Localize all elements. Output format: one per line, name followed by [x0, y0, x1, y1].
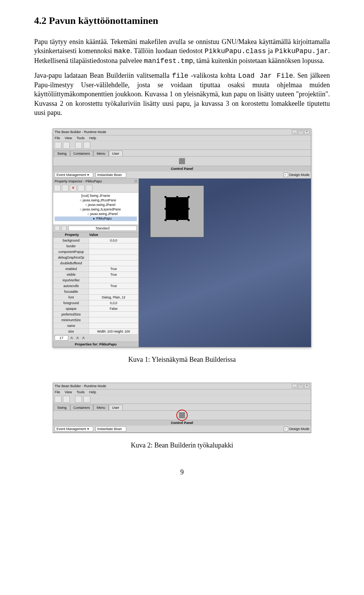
design-mode-checkbox[interactable]: ✓ Design Mode	[284, 427, 309, 431]
property-row[interactable]: name	[53, 323, 138, 329]
tab-user[interactable]: User	[109, 151, 123, 156]
save-as-icon[interactable]	[83, 396, 90, 403]
user-bean-item[interactable]	[179, 158, 185, 164]
property-row[interactable]: doubleBuffered	[53, 261, 138, 266]
property-value[interactable]	[89, 243, 138, 249]
property-row[interactable]: border	[53, 243, 138, 249]
new-file-icon[interactable]	[55, 142, 61, 149]
design-canvas[interactable]	[139, 179, 311, 347]
save-as-icon[interactable]	[83, 142, 90, 149]
property-value[interactable]: 0,0,0	[89, 300, 138, 306]
property-view-dropdown[interactable]: Standard	[68, 226, 137, 231]
property-row[interactable]: foreground0,0,0	[53, 300, 138, 306]
property-value[interactable]: True	[89, 272, 138, 278]
design-mode-checkbox[interactable]: ✓ Design Mode	[284, 173, 309, 177]
property-row[interactable]: minimumSize	[53, 317, 138, 323]
property-value[interactable]	[89, 312, 138, 317]
font-style-icons[interactable]: A A A	[71, 336, 86, 340]
property-value[interactable]: True	[89, 283, 138, 289]
prop-nav-right-icon[interactable]	[61, 226, 67, 231]
component-tree[interactable]: [root] Swing JFrame ○ javax.swing.JRootP…	[53, 193, 138, 225]
menu-help[interactable]: Help	[89, 390, 96, 394]
menu-help[interactable]: Help	[89, 136, 96, 140]
property-row[interactable]: fontDialog, Plain, 12	[53, 295, 138, 300]
resize-handle[interactable]	[176, 196, 178, 198]
property-value[interactable]	[89, 323, 138, 329]
menu-file[interactable]: File	[55, 136, 60, 140]
font-size-spinner[interactable]: 17	[55, 335, 68, 341]
tree-root[interactable]: [root] Swing JFrame	[55, 194, 137, 198]
property-row[interactable]: componentPopup	[53, 249, 138, 255]
inspector-title[interactable]: Property Inspector - PikkuPapu □	[53, 179, 138, 184]
property-value[interactable]	[89, 261, 138, 266]
tab-menu[interactable]: Menu	[93, 405, 109, 410]
tab-swing[interactable]: Swing	[54, 405, 70, 410]
save-icon[interactable]	[75, 142, 82, 149]
instantiate-bean-dropdown[interactable]: Instantiate Bean	[96, 426, 126, 432]
menu-tools[interactable]: Tools	[77, 390, 85, 394]
maximize-icon[interactable]: □	[298, 130, 303, 134]
property-row[interactable]: inputVerifier	[53, 278, 138, 283]
instantiate-bean-dropdown[interactable]: Instantiate Bean	[96, 172, 126, 177]
down-icon[interactable]	[62, 185, 69, 192]
property-value[interactable]	[89, 278, 138, 283]
resize-handle[interactable]	[188, 196, 190, 198]
new-file-icon[interactable]	[55, 396, 61, 403]
menu-view[interactable]: View	[65, 136, 72, 140]
tree-item[interactable]: ○ javax.swing.JPanel	[55, 212, 137, 217]
property-value[interactable]: False	[89, 306, 138, 312]
window-titlebar[interactable]: The Bean Builder - Runtime Mode _ □ ×	[53, 129, 311, 135]
property-row[interactable]: background0,0,0	[53, 238, 138, 243]
tab-menu[interactable]: Menu	[93, 151, 109, 156]
window-titlebar[interactable]: The Bean Builder - Runtime Mode _ □ ×	[53, 383, 311, 389]
property-row[interactable]: focusable	[53, 289, 138, 295]
resize-handle[interactable]	[176, 219, 178, 221]
property-row[interactable]: debugGraphicsOp	[53, 255, 138, 261]
menu-tools[interactable]: Tools	[77, 136, 85, 140]
align-icon[interactable]	[78, 185, 85, 192]
up-icon[interactable]	[54, 185, 61, 192]
property-value[interactable]	[89, 289, 138, 295]
tab-user[interactable]: User	[109, 405, 123, 410]
tab-swing[interactable]: Swing	[54, 151, 70, 156]
resize-handle[interactable]	[165, 219, 166, 221]
property-row[interactable]: enabledTrue	[53, 266, 138, 272]
design-frame[interactable]	[150, 185, 204, 237]
event-management-dropdown[interactable]: Event Management ▾	[55, 426, 93, 432]
property-value[interactable]: 0,0,0	[89, 238, 138, 243]
resize-handle[interactable]	[165, 208, 166, 210]
tree-item[interactable]: ○ javax.swing.JPanel	[55, 203, 137, 207]
tree-item-selected[interactable]: ▸ PikkuPapu	[55, 217, 137, 221]
resize-handle[interactable]	[165, 196, 166, 198]
tree-item[interactable]: ○ javax.swing.JRootPane	[55, 198, 137, 203]
tab-containers[interactable]: Containers	[70, 151, 94, 156]
open-file-icon[interactable]	[63, 142, 70, 149]
delete-icon[interactable]: X	[70, 185, 77, 192]
menu-file[interactable]: File	[55, 390, 60, 394]
placed-bean[interactable]	[166, 197, 188, 220]
property-row[interactable]: opaqueFalse	[53, 306, 138, 312]
tree-item[interactable]: ○ javax.swing.JLayeredPane	[55, 207, 137, 212]
user-bean-item[interactable]	[179, 412, 185, 418]
minimize-icon[interactable]: _	[292, 130, 297, 134]
property-row[interactable]: preferredSize	[53, 312, 138, 317]
open-file-icon[interactable]	[63, 396, 70, 403]
property-value[interactable]	[89, 255, 138, 261]
close-icon[interactable]: ×	[304, 130, 309, 134]
minimize-icon[interactable]: _	[292, 384, 297, 388]
property-value[interactable]: True	[89, 266, 138, 272]
property-row[interactable]: autoscrollsTrue	[53, 283, 138, 289]
resize-handle[interactable]	[188, 219, 190, 221]
tab-containers[interactable]: Containers	[70, 405, 94, 410]
maximize-icon[interactable]: □	[298, 384, 303, 388]
property-value[interactable]: Dialog, Plain, 12	[89, 295, 138, 300]
property-value[interactable]	[89, 249, 138, 255]
resize-handle[interactable]	[188, 208, 190, 210]
save-icon[interactable]	[75, 396, 82, 403]
close-icon[interactable]: ×	[304, 384, 309, 388]
property-row[interactable]: visibleTrue	[53, 272, 138, 278]
property-value[interactable]	[89, 317, 138, 323]
property-value[interactable]: Width: 103 Height: 100	[89, 329, 138, 334]
property-row[interactable]: sizeWidth: 103 Height: 100	[53, 329, 138, 334]
menu-view[interactable]: View	[65, 390, 72, 394]
